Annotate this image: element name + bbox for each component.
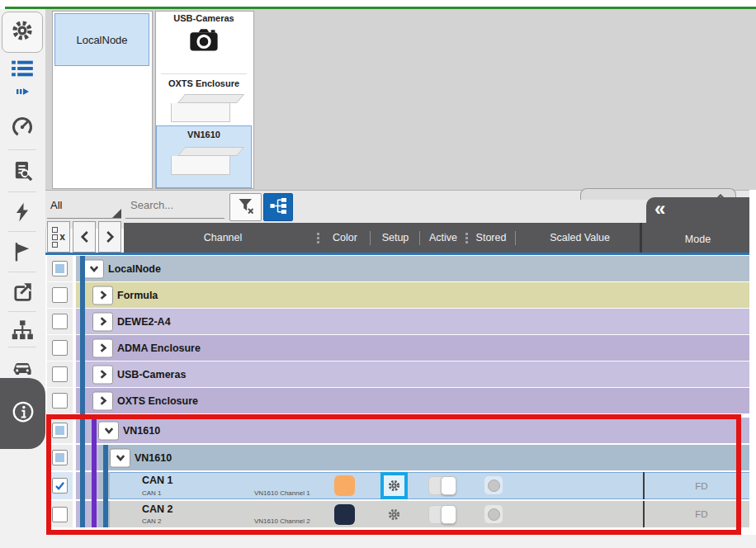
network-tree-icon[interactable]	[10, 318, 35, 342]
table-row[interactable]: LocalNode	[47, 256, 749, 281]
column-header-scaled-value[interactable]: Scaled Value	[532, 223, 627, 253]
table-row[interactable]: DEWE2-A4	[47, 309, 749, 334]
channel-filter-dropdown[interactable]: All	[47, 196, 121, 219]
device-oxts-enclosure[interactable]: OXTS Enclosure	[156, 78, 252, 122]
expander-expand-icon[interactable]	[92, 391, 113, 410]
sidebar-divider	[8, 347, 36, 347]
expander-collapse-icon[interactable]	[110, 448, 130, 467]
row-label: DEWE2-A4	[117, 316, 171, 328]
expander-collapse-icon[interactable]	[83, 259, 104, 278]
local-node-card[interactable]: LocalNode	[54, 13, 149, 66]
right-gutter	[749, 190, 756, 535]
column-separator-thick	[640, 223, 642, 253]
car-icon[interactable]	[10, 353, 35, 378]
checkbox-unchecked[interactable]	[52, 314, 68, 329]
stored-indicator[interactable]	[484, 476, 503, 494]
table-row[interactable]: ADMA Enclosure	[47, 335, 749, 361]
table-row[interactable]: Formula	[47, 282, 749, 308]
table-row[interactable]: USB-Cameras	[47, 361, 749, 387]
table-row-can2[interactable]: CAN 2 CAN 2 VN1610 Channel 2 FD	[47, 501, 749, 527]
expander-expand-icon[interactable]	[92, 365, 113, 384]
report-document-icon[interactable]	[10, 158, 35, 183]
setup-button[interactable]	[384, 504, 404, 525]
row-checkbox-cell	[47, 256, 73, 281]
row-band	[76, 282, 749, 308]
device-label: USB-Cameras	[156, 13, 252, 23]
table-row[interactable]: OXTS Enclosure	[47, 388, 749, 413]
stored-indicator[interactable]	[484, 505, 503, 523]
checkbox-unchecked[interactable]	[52, 393, 68, 409]
channel-color-swatch[interactable]	[334, 504, 355, 525]
row-checkbox-cell	[47, 418, 73, 443]
sidebar-tab-settings[interactable]	[2, 12, 43, 53]
active-toggle[interactable]	[428, 476, 456, 495]
channel-sub-name: CAN 1	[142, 489, 162, 497]
enclosure-icon	[168, 94, 252, 122]
row-label: Formula	[117, 290, 158, 301]
table-row[interactable]: VN1610	[47, 418, 749, 443]
table-row[interactable]: VN1610	[47, 445, 749, 470]
checkbox-partial[interactable]	[52, 423, 68, 438]
expander-expand-icon[interactable]	[92, 312, 113, 331]
column-header-active[interactable]: Active	[423, 223, 464, 253]
column-header-setup[interactable]: Setup	[373, 223, 418, 253]
column-header-mode[interactable]: Mode	[646, 234, 749, 245]
column-resize-handle[interactable]	[317, 233, 319, 243]
row-band	[76, 309, 749, 334]
collapse-all-button[interactable]	[73, 221, 96, 253]
expand-all-button[interactable]	[98, 221, 121, 253]
channel-reference: VN1610 Channel 2	[254, 517, 310, 525]
column-header-channel[interactable]: Channel	[124, 223, 322, 253]
sidebar-tab-info[interactable]	[0, 378, 45, 449]
checkbox-checked[interactable]	[52, 478, 68, 494]
column-header-color[interactable]: Color	[322, 223, 368, 253]
power-bolt-icon[interactable]	[10, 200, 35, 224]
checkbox-unchecked[interactable]	[52, 287, 68, 303]
indent-guide-level1	[80, 256, 85, 527]
mode-panel-tab: « Mode	[646, 197, 749, 253]
expander-expand-icon[interactable]	[92, 338, 113, 357]
search-input[interactable]	[129, 198, 223, 212]
setup-button-highlighted[interactable]	[380, 472, 408, 499]
active-toggle[interactable]	[428, 505, 456, 524]
gauge-icon[interactable]	[10, 115, 35, 139]
row-checkbox-cell	[47, 472, 73, 499]
sidebar-divider	[8, 311, 36, 312]
column-header-stored[interactable]: Stored	[469, 223, 513, 253]
export-share-icon[interactable]	[10, 280, 35, 305]
row-band	[76, 418, 749, 443]
sidebar-tab-channels[interactable]	[2, 56, 43, 101]
clear-checkboxes-button[interactable]: x	[47, 221, 70, 253]
checkbox-partial[interactable]	[52, 261, 68, 276]
row-checkbox-cell	[47, 335, 73, 361]
bottom-strip	[45, 535, 756, 548]
column-resize-handle[interactable]	[465, 233, 468, 243]
checkbox-unchecked[interactable]	[52, 366, 68, 382]
device-label: VN1610	[157, 130, 251, 139]
device-usb-cameras[interactable]: USB-Cameras	[156, 13, 252, 53]
channel-color-swatch[interactable]	[334, 475, 355, 496]
chevron-left-icon	[80, 230, 89, 243]
table-row-can1[interactable]: CAN 1 CAN 1 VN1610 Channel 1 FD	[47, 472, 749, 499]
device-vn1610[interactable]: VN1610	[156, 125, 252, 188]
row-checkbox-cell	[47, 501, 73, 527]
flag-icon[interactable]	[10, 239, 35, 264]
checkbox-unchecked[interactable]	[52, 507, 68, 522]
local-node-label: LocalNode	[76, 34, 127, 46]
row-checkbox-cell	[47, 388, 73, 413]
device-list-divider	[161, 73, 247, 74]
indent-guide-level2	[92, 418, 97, 527]
checkbox-unchecked[interactable]	[52, 340, 68, 356]
tree-view-toggle-button[interactable]	[263, 193, 293, 221]
row-label: LocalNode	[108, 263, 161, 275]
checkbox-partial[interactable]	[52, 450, 68, 465]
mode-value: FD	[660, 509, 743, 519]
column-separator	[370, 231, 371, 245]
chevron-right-icon	[106, 230, 115, 243]
filter-dropdown-value: All	[50, 199, 62, 211]
clear-filter-button[interactable]	[229, 193, 262, 221]
collapse-left-button[interactable]: «	[654, 197, 664, 220]
top-panel: LocalNode USB-Cameras OXTS Enclosure VN1…	[45, 9, 756, 190]
expander-collapse-icon[interactable]	[98, 421, 119, 440]
expander-expand-icon[interactable]	[92, 286, 113, 305]
